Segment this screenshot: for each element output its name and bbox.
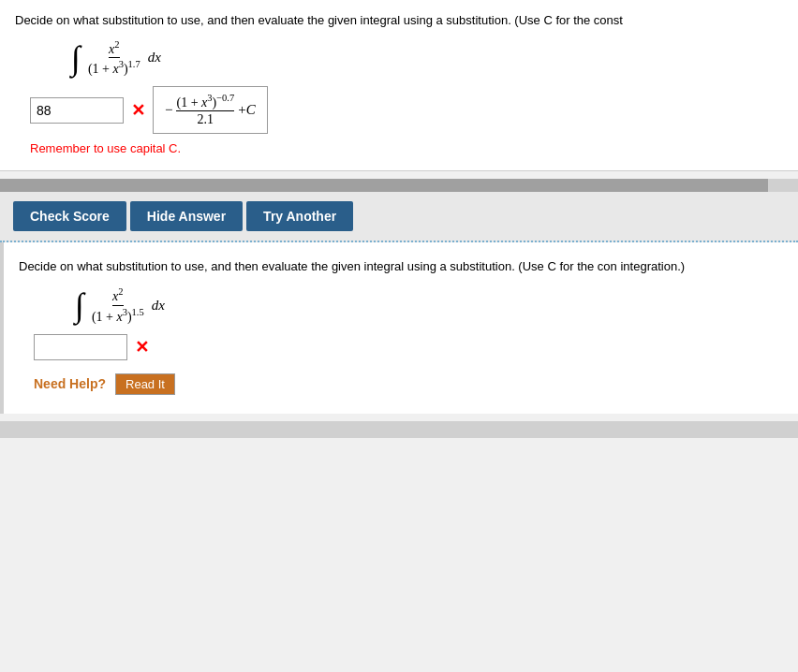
problem-text-bottom: Decide on what substitution to use, and … [19, 257, 783, 277]
read-it-button[interactable]: Read It [115, 373, 175, 395]
need-help-row: Need Help? Read It [34, 373, 783, 395]
dx-bottom: dx [152, 298, 165, 314]
integral-display-top: ∫ x2 (1 + x3)1.7 dx [71, 39, 783, 77]
integral-display-bottom: ∫ x2 (1 + x3)1.5 dx [75, 286, 783, 324]
try-another-button[interactable]: Try Another [246, 201, 353, 231]
answer-input-top[interactable] [30, 97, 124, 124]
bottom-section: Decide on what substitution to use, and … [0, 242, 798, 413]
answer-row-top: ✕ − (1 + x3)−0.7 2.1 + C [30, 86, 783, 135]
denominator-top: (1 + x3)1.7 [88, 58, 140, 77]
answer-row-bottom: ✕ [34, 334, 783, 360]
scrollbar-thumb [0, 179, 768, 192]
hide-answer-button[interactable]: Hide Answer [130, 201, 243, 231]
correct-fraction: (1 + x3)−0.7 2.1 [176, 93, 234, 128]
fraction-bottom: x2 (1 + x3)1.5 [92, 286, 144, 324]
problem-text-top: Decide on what substitution to use, and … [15, 11, 783, 30]
button-bar: Check Score Hide Answer Try Another [0, 192, 798, 242]
top-section: Decide on what substitution to use, and … [0, 0, 798, 171]
wrong-icon-bottom: ✕ [135, 337, 149, 358]
remember-text: Remember to use capital C. [30, 141, 783, 155]
correct-numerator: (1 + x3)−0.7 [176, 93, 234, 112]
check-score-button[interactable]: Check Score [13, 201, 126, 231]
integral-sign-top: ∫ [71, 41, 81, 75]
footer-bar [0, 421, 798, 438]
correct-denominator: 2.1 [198, 111, 214, 127]
fraction-top: x2 (1 + x3)1.7 [88, 39, 140, 77]
answer-input-bottom[interactable] [34, 334, 127, 360]
need-help-label: Need Help? [34, 376, 106, 391]
scrollbar-area[interactable] [0, 179, 798, 192]
correct-answer-box: − (1 + x3)−0.7 2.1 + C [153, 86, 268, 135]
denominator-bottom: (1 + x3)1.5 [92, 306, 144, 325]
integral-sign-bottom: ∫ [75, 288, 84, 322]
numerator-bottom: x2 [112, 286, 123, 306]
wrong-icon-top: ✕ [131, 100, 145, 121]
numerator-top: x2 [109, 39, 119, 59]
dx-top: dx [148, 50, 161, 66]
